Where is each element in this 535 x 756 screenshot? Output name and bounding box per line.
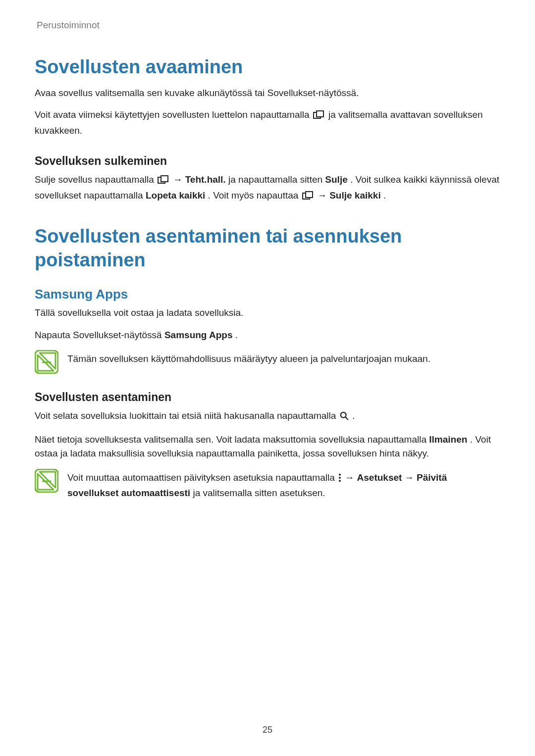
- heading-open-apps: Sovellusten avaaminen: [35, 55, 500, 79]
- note-block: Tämän sovelluksen käyttömahdollisuus mää…: [35, 350, 500, 374]
- text: ja valitsemalla sitten asetuksen.: [193, 488, 325, 498]
- text: →: [173, 174, 185, 185]
- recent-apps-icon: [302, 190, 314, 204]
- paragraph: Avaa sovellus valitsemalla sen kuvake al…: [35, 86, 500, 101]
- text: →: [405, 472, 417, 483]
- document-page: Perustoiminnot Sovellusten avaaminen Ava…: [0, 0, 535, 756]
- text: Voit muuttaa automaattisen päivityksen a…: [67, 472, 337, 483]
- note-text: Voit muuttaa automaattisen päivityksen a…: [67, 469, 500, 501]
- page-number: 25: [0, 725, 535, 735]
- text: Näet tietoja sovelluksesta valitsemalla …: [35, 434, 429, 445]
- text: .: [383, 190, 386, 201]
- recent-apps-icon: [158, 174, 169, 189]
- text: Sulje sovellus napauttamalla: [35, 174, 157, 185]
- heading-install-uninstall: Sovellusten asentaminen tai asennuksen p…: [35, 225, 500, 272]
- bold-text: Lopeta kaikki: [146, 190, 205, 201]
- text: Napauta Sovellukset-näytössä: [35, 330, 164, 340]
- bold-text: Sulje kaikki: [329, 190, 381, 201]
- paragraph: Näet tietoja sovelluksesta valitsemalla …: [35, 433, 500, 461]
- text: .: [235, 330, 238, 340]
- bold-text: Ilmainen: [429, 434, 467, 445]
- page-header: Perustoiminnot: [37, 20, 500, 31]
- note-icon: [35, 350, 58, 374]
- text: Voit selata sovelluksia luokittain tai e…: [35, 410, 339, 421]
- note-block: Voit muuttaa automaattisen päivityksen a…: [35, 469, 500, 501]
- bold-text: Sulje: [325, 174, 347, 185]
- text: .: [352, 410, 355, 421]
- text: . Voit myös napauttaa: [208, 190, 301, 201]
- text: →: [318, 190, 329, 201]
- recent-apps-icon: [313, 109, 325, 124]
- text: ja napauttamalla sitten: [228, 174, 325, 185]
- bold-text: Asetukset: [357, 472, 402, 483]
- paragraph: Voit selata sovelluksia luokittain tai e…: [35, 409, 500, 425]
- heading-install-apps: Sovellusten asentaminen: [35, 391, 500, 404]
- paragraph: Napauta Sovellukset-näytössä Samsung App…: [35, 328, 500, 343]
- heading-close-app: Sovelluksen sulkeminen: [35, 154, 500, 168]
- text: Voit avata viimeksi käytettyjen sovellus…: [35, 109, 312, 120]
- text: →: [345, 472, 357, 483]
- bold-text: Teht.hall.: [185, 174, 226, 185]
- note-icon: [35, 469, 58, 493]
- paragraph: Sulje sovellus napauttamalla → Teht.hall…: [35, 173, 500, 204]
- paragraph: Tällä sovelluksella voit ostaa ja ladata…: [35, 306, 500, 320]
- menu-dots-icon: [338, 472, 341, 487]
- heading-samsung-apps: Samsung Apps: [35, 287, 500, 302]
- bold-text: Samsung Apps: [164, 330, 233, 340]
- paragraph: Voit avata viimeksi käytettyjen sovellus…: [35, 108, 500, 138]
- note-text: Tämän sovelluksen käyttömahdollisuus mää…: [67, 350, 500, 366]
- search-icon: [340, 410, 349, 425]
